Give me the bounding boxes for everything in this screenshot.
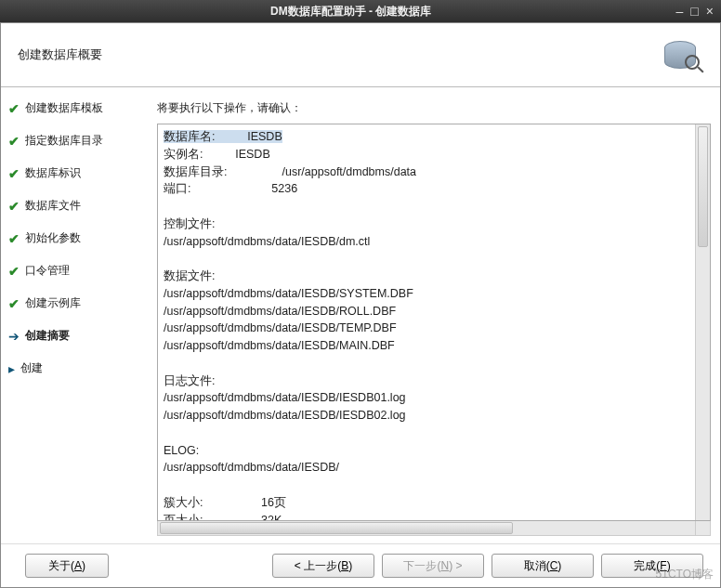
- horizontal-scroll-thumb[interactable]: [160, 522, 513, 534]
- wizard-step[interactable]: ✔口令管理: [8, 263, 150, 279]
- step-label: 创建数据库模板: [25, 100, 103, 116]
- back-button[interactable]: < 上一步(B): [272, 554, 374, 578]
- step-label: 初始化参数: [25, 230, 81, 246]
- page-title: 创建数据库概要: [18, 46, 662, 63]
- step-label: 指定数据库目录: [25, 133, 103, 149]
- maximize-button[interactable]: □: [690, 4, 698, 19]
- cancel-button[interactable]: 取消(C): [492, 554, 594, 578]
- summary-text[interactable]: 数据库名: IESDB 实例名: IESDB 数据库目录: /usr/appso…: [158, 124, 695, 520]
- dialog: 创建数据库概要 ✔创建数据库模板✔指定数据库目录✔数据库标识✔数据库文件✔初始化…: [0, 22, 721, 588]
- about-button[interactable]: 关于(A): [25, 554, 109, 578]
- wizard-step[interactable]: ✔数据库文件: [8, 198, 150, 214]
- close-button[interactable]: ×: [706, 4, 714, 19]
- vertical-scroll-thumb[interactable]: [698, 126, 708, 247]
- step-label: 创建示例库: [25, 295, 81, 311]
- content-area: 将要执行以下操作，请确认： 数据库名: IESDB 实例名: IESDB 数据库…: [157, 87, 720, 543]
- scrollbar-corner: [696, 521, 711, 536]
- summary-textbox[interactable]: 数据库名: IESDB 实例名: IESDB 数据库目录: /usr/appso…: [157, 124, 711, 521]
- check-icon: ✔: [8, 134, 20, 149]
- wizard-step[interactable]: ✔创建数据库模板: [8, 100, 150, 116]
- wizard-sidebar: ✔创建数据库模板✔指定数据库目录✔数据库标识✔数据库文件✔初始化参数✔口令管理✔…: [1, 87, 157, 543]
- check-icon: ✔: [8, 231, 20, 246]
- finish-button[interactable]: 完成(F): [601, 554, 703, 578]
- check-icon: ✔: [8, 101, 20, 116]
- wizard-step[interactable]: ✔数据库标识: [8, 165, 150, 181]
- next-button: 下一步(N) >: [382, 554, 484, 578]
- wizard-step[interactable]: ▸创建: [8, 360, 150, 376]
- wizard-step[interactable]: ➔创建摘要: [8, 328, 150, 344]
- step-label: 创建摘要: [25, 328, 70, 344]
- button-bar: 关于(A) < 上一步(B) 下一步(N) > 取消(C) 完成(F): [1, 543, 720, 587]
- window-title: DM数据库配置助手 - 创建数据库: [26, 4, 676, 20]
- wizard-step[interactable]: ✔指定数据库目录: [8, 133, 150, 149]
- step-label: 数据库文件: [25, 198, 81, 214]
- step-label: 创建: [20, 360, 43, 376]
- database-icon: [662, 36, 703, 73]
- instruction-text: 将要执行以下操作，请确认：: [157, 100, 711, 116]
- arrow-icon: ➔: [8, 329, 20, 344]
- wizard-step[interactable]: ✔初始化参数: [8, 230, 150, 246]
- vertical-scrollbar[interactable]: [695, 124, 710, 520]
- dialog-header: 创建数据库概要: [1, 23, 720, 87]
- horizontal-scrollbar[interactable]: [157, 521, 696, 536]
- check-icon: ✔: [8, 199, 20, 214]
- check-icon: ✔: [8, 264, 20, 279]
- pending-icon: ▸: [8, 361, 15, 376]
- wizard-step[interactable]: ✔创建示例库: [8, 295, 150, 311]
- check-icon: ✔: [8, 296, 20, 311]
- step-label: 口令管理: [25, 263, 70, 279]
- title-bar: DM数据库配置助手 - 创建数据库 – □ ×: [0, 0, 721, 22]
- step-label: 数据库标识: [25, 165, 81, 181]
- minimize-button[interactable]: –: [676, 4, 684, 19]
- check-icon: ✔: [8, 166, 20, 181]
